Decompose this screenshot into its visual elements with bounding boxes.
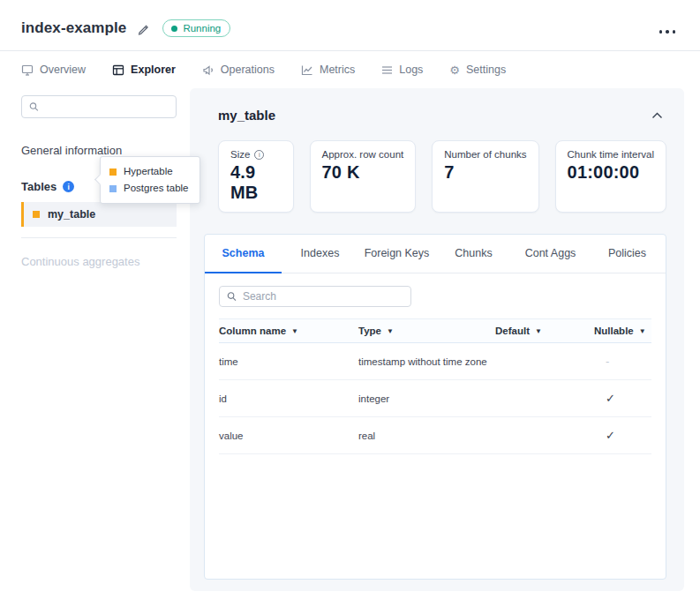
column-name-cell: id (219, 393, 358, 404)
tab-operations[interactable]: Operations (202, 64, 275, 76)
tab-settings[interactable]: ⚙ Settings (449, 64, 506, 76)
sidebar-item-my-table[interactable]: my_table (21, 202, 177, 227)
column-name-cell: time (219, 356, 358, 367)
postgres-table-legend-icon (109, 185, 117, 192)
status-label: Running (183, 23, 221, 34)
legend-label: Hypertable (124, 163, 173, 180)
stat-value: 4.9 MB (230, 162, 282, 203)
legend-label: Postgres table (124, 180, 189, 197)
tab-schema[interactable]: Schema (205, 235, 282, 273)
stat-value: 01:00:00 (568, 162, 654, 183)
tab-indexes[interactable]: Indexes (282, 235, 358, 273)
hypertable-legend-icon (109, 168, 117, 176)
stat-card-chunk-interval: Chunk time interval 01:00:00 (555, 140, 666, 213)
tab-label: Metrics (320, 64, 355, 76)
type-cell: timestamp without time zone (358, 356, 495, 367)
service-header: index-example Running (21, 19, 679, 37)
tab-overview[interactable]: Overview (21, 64, 86, 76)
type-cell: integer (358, 393, 495, 404)
stat-card-size: Sizei 4.9 MB (218, 140, 294, 213)
schema-table: Column name▼ Type▼ Default▼ Nullable▼ ti… (219, 318, 651, 454)
selected-indicator (21, 202, 24, 227)
legend-item-postgres-table: Postgres table (109, 180, 189, 197)
table-title: my_table (218, 108, 275, 123)
tab-label: Settings (466, 64, 506, 76)
size-info-icon[interactable]: i (254, 150, 264, 160)
collapse-panel-button[interactable] (648, 109, 666, 123)
column-header-name[interactable]: Column name▼ (219, 326, 358, 336)
search-icon (29, 101, 39, 112)
tab-cont-aggs[interactable]: Cont Aggs (512, 235, 589, 273)
tab-explorer[interactable]: Explorer (112, 64, 176, 76)
sidebar-item-continuous-aggregates[interactable]: Continuous aggregates (21, 250, 177, 273)
schema-search-input[interactable] (243, 290, 403, 303)
chart-icon (301, 64, 313, 76)
tables-info-icon[interactable]: i (63, 181, 74, 192)
monitor-icon (21, 64, 34, 76)
edit-title-button[interactable] (137, 22, 150, 35)
tab-label: Operations (221, 64, 275, 76)
gear-icon: ⚙ (449, 64, 460, 76)
table-detail-panel: my_table Sizei 4.9 MB Approx. row count … (190, 88, 684, 591)
legend-item-hypertable: Hypertable (109, 163, 189, 180)
stat-cards: Sizei 4.9 MB Approx. row count 70 K Numb… (218, 140, 666, 213)
search-icon (227, 291, 237, 302)
stat-label: Number of chunks (444, 149, 526, 160)
sidebar-search[interactable] (21, 95, 177, 118)
nullable-check-icon: ✓ (606, 429, 615, 442)
detail-tabs: Schema Indexes Foreign Keys Chunks Cont … (205, 235, 666, 273)
status-badge: Running (162, 19, 230, 37)
column-header-type[interactable]: Type▼ (358, 326, 495, 336)
table-icon (112, 64, 124, 76)
tab-label: Logs (399, 64, 423, 76)
schema-card: Schema Indexes Foreign Keys Chunks Cont … (204, 234, 666, 580)
nullable-dash: - (606, 355, 609, 368)
tab-foreign-keys[interactable]: Foreign Keys (358, 235, 435, 273)
stat-value: 7 (444, 162, 526, 183)
more-actions-button[interactable] (656, 26, 680, 37)
type-cell: real (358, 431, 495, 441)
stat-card-row-count: Approx. row count 70 K (310, 140, 417, 213)
stat-label: Approx. row count (322, 149, 404, 160)
list-icon (381, 65, 393, 75)
table-name-label: my_table (48, 208, 95, 221)
schema-table-header: Column name▼ Type▼ Default▼ Nullable▼ (219, 318, 651, 343)
tab-policies[interactable]: Policies (589, 235, 666, 273)
sort-down-icon: ▼ (639, 327, 646, 335)
column-header-default[interactable]: Default▼ (495, 326, 594, 336)
column-header-nullable[interactable]: Nullable▼ (594, 326, 651, 336)
app-window: index-example Running Overview Explorer … (0, 0, 700, 614)
stat-label: Size (230, 149, 250, 160)
pencil-icon (137, 22, 150, 35)
nullable-check-icon: ✓ (606, 392, 615, 405)
tab-label: Explorer (131, 64, 176, 76)
chevron-up-icon (651, 112, 663, 119)
tables-legend-tooltip: Hypertable Postgres table (100, 156, 200, 204)
tab-logs[interactable]: Logs (381, 64, 423, 76)
tables-section-label[interactable]: Tables (21, 180, 56, 193)
table-row: time timestamp without time zone - (219, 343, 651, 380)
column-name-cell: value (219, 431, 358, 441)
table-row: value real ✓ (219, 417, 651, 454)
service-nav: Overview Explorer Operations Metrics Log… (21, 56, 506, 83)
stat-label: Chunk time interval (568, 149, 654, 160)
stat-card-chunks: Number of chunks 7 (432, 140, 538, 213)
schema-search[interactable] (219, 286, 411, 307)
sidebar-search-input[interactable] (44, 101, 169, 113)
sidebar-divider (21, 237, 177, 238)
tab-chunks[interactable]: Chunks (435, 235, 512, 273)
table-detail-header: my_table (218, 108, 666, 123)
sort-down-icon: ▼ (387, 327, 394, 335)
page-title: index-example (21, 19, 126, 37)
header-divider (0, 50, 700, 51)
table-row: id integer ✓ (219, 380, 651, 417)
stat-value: 70 K (322, 162, 404, 183)
hypertable-icon (33, 211, 40, 218)
sort-down-icon: ▼ (535, 327, 542, 335)
tab-metrics[interactable]: Metrics (301, 64, 355, 76)
status-dot-icon (171, 26, 177, 32)
sort-down-icon: ▼ (291, 327, 298, 335)
tab-label: Overview (40, 64, 86, 76)
megaphone-icon (202, 64, 215, 76)
